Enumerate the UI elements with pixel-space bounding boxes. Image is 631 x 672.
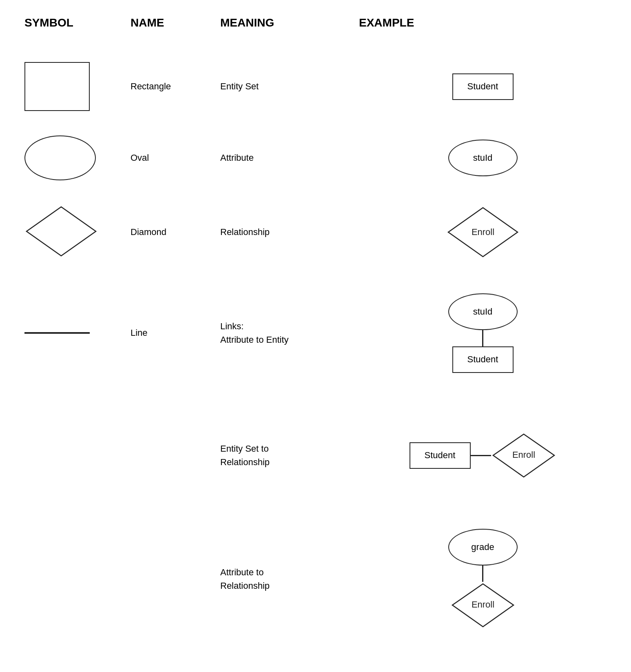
example-label: stuId	[473, 153, 493, 163]
example-col: stuId Student	[359, 293, 607, 373]
symbol-col	[24, 135, 131, 180]
svg-text:Enroll: Enroll	[471, 599, 494, 610]
meaning-line1: Entity Set to	[220, 442, 270, 455]
example-student-rect: Student	[410, 442, 471, 469]
header-name: NAME	[131, 16, 220, 29]
shape-name-label: Rectangle	[131, 81, 171, 92]
example-label: Student	[467, 81, 498, 92]
symbol-col	[24, 62, 131, 111]
example-diamond: Enroll	[446, 206, 520, 259]
example-col: grade Enroll	[359, 529, 607, 629]
meaning-multiline: Entity Set to Relationship	[220, 442, 270, 469]
name-col: Oval	[131, 153, 220, 163]
example-grade-oval: grade	[448, 529, 518, 566]
header-symbol: SYMBOL	[24, 16, 131, 29]
meaning-multiline: Links: Attribute to Entity	[220, 319, 289, 346]
oval-symbol	[24, 135, 96, 180]
meaning-col: Attribute to Relationship	[220, 566, 359, 592]
example-col: stuId	[359, 140, 607, 176]
header-example: EXAMPLE	[359, 16, 607, 29]
vert-connector	[482, 566, 483, 582]
meaning-col: Entity Set	[220, 81, 359, 92]
meaning-line1: Links:	[220, 319, 289, 333]
shape-name-label: Line	[131, 328, 148, 338]
spacer	[24, 500, 607, 517]
table-row: Line Links: Attribute to Entity stuId St…	[24, 272, 607, 394]
grade-label: grade	[471, 542, 494, 552]
meaning-label: Entity Set	[220, 81, 259, 92]
name-col: Rectangle	[131, 81, 220, 92]
meaning-label: Relationship	[220, 227, 270, 237]
meaning-col: Entity Set to Relationship	[220, 442, 359, 469]
symbol-col	[24, 205, 131, 259]
horiz-connector	[471, 455, 491, 456]
svg-marker-0	[27, 207, 96, 256]
meaning-col: Attribute	[220, 153, 359, 163]
symbol-col	[24, 332, 131, 334]
meaning-line1: Attribute to	[220, 566, 270, 579]
meaning-label: Attribute	[220, 153, 254, 163]
spacer	[24, 394, 607, 410]
example-line-group: stuId Student	[448, 293, 518, 373]
table-row: Attribute to Relationship grade Enroll	[24, 517, 607, 641]
rectangle-symbol	[24, 62, 90, 111]
example-enroll-diamond2: Enroll	[450, 582, 516, 629]
meaning-col: Relationship	[220, 227, 359, 237]
name-col: Diamond	[131, 227, 220, 237]
svg-text:Enroll: Enroll	[512, 450, 535, 460]
example-col: Enroll	[359, 206, 607, 259]
shape-name-label: Oval	[131, 153, 149, 163]
meaning-line2: Relationship	[220, 455, 270, 469]
example-attr-rel: grade Enroll	[448, 529, 518, 629]
shape-name-label: Diamond	[131, 227, 166, 237]
diamond-symbol	[24, 205, 98, 259]
line-connector	[482, 330, 483, 346]
meaning-col: Links: Attribute to Entity	[220, 319, 359, 346]
table-header: SYMBOL NAME MEANING EXAMPLE	[24, 16, 607, 33]
example-col: Student Enroll	[359, 432, 607, 479]
example-oval-label: stuId	[473, 306, 493, 317]
example-col: Student	[359, 73, 607, 100]
example-rect-line: Student	[452, 346, 514, 373]
example-rectangle: Student	[452, 73, 514, 100]
example-rect-label: Student	[467, 354, 498, 365]
table-body: Rectangle Entity Set Student Oval Attrib…	[24, 50, 607, 641]
example-entity-rel: Student Enroll	[410, 432, 556, 479]
student-label: Student	[425, 450, 456, 461]
name-col: Line	[131, 328, 220, 338]
example-enroll-diamond: Enroll	[491, 432, 556, 479]
line-symbol	[24, 332, 90, 334]
header-meaning: MEANING	[220, 16, 359, 29]
table-row: Oval Attribute stuId	[24, 123, 607, 193]
example-oval: stuId	[448, 140, 518, 176]
meaning-multiline: Attribute to Relationship	[220, 566, 270, 592]
table-row: Rectangle Entity Set Student	[24, 50, 607, 123]
table-row: Entity Set to Relationship Student Enrol…	[24, 410, 607, 500]
meaning-line2: Relationship	[220, 579, 270, 592]
table-row: Diamond Relationship Enroll	[24, 193, 607, 272]
meaning-line2: Attribute to Entity	[220, 333, 289, 346]
svg-text:Enroll: Enroll	[471, 227, 494, 237]
example-oval-line: stuId	[448, 293, 518, 330]
